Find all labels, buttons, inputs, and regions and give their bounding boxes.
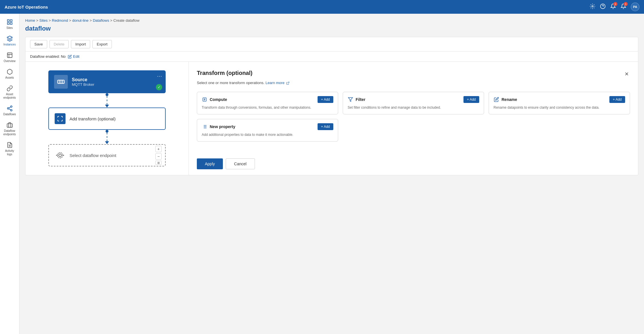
source-node[interactable]: Source MQTT Broker ··· ✓	[48, 70, 166, 93]
connector-arrow-1	[105, 105, 109, 108]
sidebar-item-activity-logs[interactable]: Activity logs	[1, 140, 18, 158]
connector-dot-2	[106, 130, 108, 133]
transform-node[interactable]: Add transform (optional)	[48, 108, 166, 130]
delete-button[interactable]: Delete	[49, 40, 69, 48]
dataflow-status-label: Dataflow enabled: No	[30, 54, 66, 59]
svg-rect-3	[7, 20, 9, 21]
transform-panel: Transform (optional) ✕ Select one or mor…	[189, 62, 638, 175]
endpoint-icon-svg	[56, 151, 64, 159]
sidebar-item-dataflow-endpoints[interactable]: Dataflow endpoints	[1, 120, 18, 138]
rename-title: Rename	[502, 97, 517, 102]
panel-subtitle: Select one or more transform operations.…	[197, 81, 630, 85]
box-icon	[7, 69, 13, 75]
import-button[interactable]: Import	[71, 40, 90, 48]
new-property-card: New property + Add Add additional proper…	[197, 119, 338, 142]
new-property-add-button[interactable]: + Add	[318, 123, 333, 130]
content-area: Home > Sites > Redmond > donut-line > Da…	[19, 14, 644, 334]
new-property-card-header: New property + Add	[202, 123, 333, 130]
panel-header: Transform (optional) ✕	[197, 70, 630, 78]
page-content: Home > Sites > Redmond > donut-line > Da…	[19, 14, 644, 334]
rename-title-row: Rename	[494, 97, 517, 102]
sidebar-item-asset-endpoints[interactable]: Asset endpoints	[1, 83, 18, 102]
svg-marker-7	[7, 36, 12, 39]
connector-line-1	[107, 96, 107, 105]
cancel-button[interactable]: Cancel	[226, 158, 255, 169]
main-layout: Sites Instances Overview Assets Asset en…	[0, 14, 644, 334]
svg-point-19	[58, 153, 63, 158]
sidebar-item-assets[interactable]: Assets	[1, 66, 18, 82]
source-node-info: Source MQTT Broker	[72, 77, 160, 87]
alert-badge: 1	[624, 2, 628, 6]
breadcrumb-donut-line[interactable]: donut-line	[72, 18, 88, 23]
new-property-svg	[202, 124, 207, 129]
source-node-inner: Source MQTT Broker ··· ✓	[48, 70, 166, 93]
topbar-icons: 1 1 PA	[590, 3, 639, 11]
pencil-icon	[68, 55, 72, 59]
dataflow-status-bar: Dataflow enabled: No Edit	[25, 51, 638, 62]
endpoint-node-inner: Select dataflow endpoint + − ⊞	[48, 144, 166, 166]
sidebar-item-dataflows[interactable]: Dataflows	[1, 103, 18, 118]
export-button[interactable]: Export	[92, 40, 112, 48]
filter-desc: Set filter conditions to refine and mana…	[348, 105, 479, 110]
rename-icon	[494, 97, 499, 102]
rename-add-button[interactable]: + Add	[609, 96, 625, 103]
connector-1	[105, 93, 109, 108]
svg-rect-4	[10, 20, 12, 21]
rename-svg	[494, 97, 499, 102]
toolbar: Save Delete Import Export	[25, 37, 638, 51]
breadcrumb-dataflows[interactable]: Dataflows	[93, 18, 109, 23]
breadcrumb-redmond[interactable]: Redmond	[52, 18, 68, 23]
sidebar-label-assets: Assets	[5, 76, 14, 79]
source-node-check: ✓	[156, 84, 162, 90]
external-link-icon	[286, 81, 290, 85]
compute-desc: Transform data through conversions, form…	[202, 105, 333, 110]
svg-rect-14	[7, 124, 12, 127]
save-button[interactable]: Save	[30, 40, 47, 48]
svg-marker-24	[348, 98, 353, 102]
notification-badge: 1	[613, 2, 617, 6]
sidebar-item-sites[interactable]: Sites	[1, 17, 18, 32]
rename-card: Rename + Add Rename datapoints to ensure…	[489, 92, 630, 114]
svg-point-10	[7, 108, 9, 109]
panel-close-button[interactable]: ✕	[623, 70, 630, 78]
panel-footer: Apply Cancel	[197, 152, 630, 169]
endpoint-node-icon	[55, 150, 66, 161]
sidebar-label-asset-endpoints: Asset endpoints	[2, 93, 17, 100]
notification-icon[interactable]: 1	[610, 3, 616, 11]
edit-link[interactable]: Edit	[68, 54, 79, 59]
fit-button[interactable]: ⊞	[155, 161, 162, 165]
breadcrumb-sites[interactable]: Sites	[39, 18, 48, 23]
dataflow-workspace: Source MQTT Broker ··· ✓	[25, 62, 638, 175]
compute-card-header: Compute + Add	[202, 96, 333, 103]
compute-add-button[interactable]: + Add	[318, 96, 333, 103]
zoom-out-button[interactable]: −	[155, 153, 162, 160]
new-property-desc: Add additional properties to data to mak…	[202, 132, 333, 137]
new-property-title: New property	[210, 124, 235, 129]
help-icon[interactable]	[600, 3, 606, 11]
filter-add-button[interactable]: + Add	[463, 96, 479, 103]
source-node-icon	[54, 75, 68, 89]
svg-line-12	[9, 109, 10, 110]
connector-dot-top	[106, 93, 108, 96]
source-node-menu[interactable]: ···	[157, 73, 162, 79]
sidebar-item-instances[interactable]: Instances	[1, 33, 18, 49]
apply-button[interactable]: Apply	[197, 158, 223, 169]
app-title: Azure IoT Operations	[5, 5, 590, 9]
compute-title: Compute	[210, 97, 227, 102]
sidebar-item-overview[interactable]: Overview	[1, 50, 18, 65]
transform-node-inner: Add transform (optional)	[48, 108, 166, 130]
svg-point-9	[10, 106, 12, 108]
breadcrumb-home[interactable]: Home	[25, 18, 35, 23]
learn-more-link[interactable]: Learn more	[265, 81, 290, 85]
svg-rect-6	[10, 23, 12, 24]
filter-svg	[348, 97, 353, 102]
settings-icon[interactable]	[590, 3, 595, 11]
zoom-in-button[interactable]: +	[155, 146, 162, 152]
endpoint-node[interactable]: Select dataflow endpoint + − ⊞	[48, 144, 166, 166]
transform-icon	[57, 116, 63, 122]
sidebar-label-dataflow-endpoints: Dataflow endpoints	[2, 129, 17, 136]
alert-icon[interactable]: 1	[621, 3, 626, 11]
compute-title-row: Compute	[202, 97, 227, 102]
avatar[interactable]: PA	[631, 3, 639, 11]
new-property-icon	[202, 124, 207, 130]
